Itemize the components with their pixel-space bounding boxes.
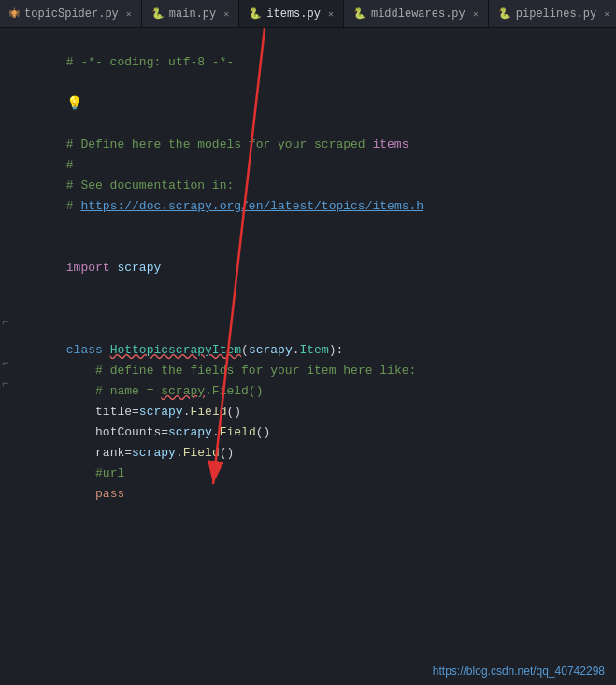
tab-middlewares[interactable]: 🐍 middlewares.py ✕ [344,0,489,27]
code-line-13 [17,278,616,299]
tab-pipelines[interactable]: 🐍 pipelines.py ✕ [489,0,616,27]
bottom-link: https://blog.csdn.net/qq_40742298 [433,664,605,678]
code-line-1: # -*- coding: utf-8 -*- [17,32,616,52]
tab-close-items[interactable]: ✕ [328,8,334,20]
code-line-10 [17,217,616,237]
tab-close-topicspider[interactable]: ✕ [126,8,132,20]
code-area[interactable]: # -*- coding: utf-8 -*- 💡 # Define here … [17,28,616,685]
code-line-12 [17,258,616,278]
fold-marker-comment1: ⌐ [2,357,8,370]
tab-icon-main: 🐍 [151,7,165,20]
code-line-16: # define the fields for your item here l… [17,340,616,361]
code-line-14 [17,299,616,320]
tab-icon-pipelines: 🐍 [498,7,511,20]
tab-bar: 🕷 topicSpider.py ✕ 🐍 main.py ✕ 🐍 items.p… [0,0,616,28]
code-line-7: # See documentation in: [17,155,616,176]
tab-close-middlewares[interactable]: ✕ [473,8,479,20]
code-line-19: hotCounts=scrapy.Field() [17,402,616,422]
tab-label-items: items.py [266,7,321,21]
code-line-2 [17,52,616,73]
code-line-20: rank=scrapy.Field() [17,422,616,443]
fold-marker-class: ⌐ [2,316,8,329]
code-line-17: # name = scrapy.Field() [17,361,616,381]
tab-topicspider[interactable]: 🕷 topicSpider.py ✕ [0,0,142,27]
tab-label-topicspider: topicSpider.py [24,7,119,21]
code-line-8: # https://doc.scrapy.org/en/latest/topic… [17,176,616,196]
code-line-18: title=scrapy.Field() [17,381,616,402]
code-line-3: 💡 [17,73,616,93]
code-line-11: import scrapy [17,237,616,258]
fold-marker-comment2: ⌐ [2,378,8,391]
tab-items[interactable]: 🐍 items.py ✕ [239,0,344,27]
tab-label-pipelines: pipelines.py [516,7,596,21]
tab-close-main[interactable]: ✕ [223,8,229,20]
tab-icon-topicspider: 🕷 [9,7,20,20]
tab-label-main: main.py [169,7,216,21]
tab-main[interactable]: 🐍 main.py ✕ [142,0,239,27]
code-line-4 [17,93,616,114]
code-line-21: #url [17,443,616,464]
code-line-15: class HottopicscrapyItem(scrapy.Item): [17,320,616,340]
code-line-22: pass [17,464,616,484]
tab-icon-middlewares: 🐍 [353,7,366,20]
code-line-9 [17,196,616,217]
code-line-5: # Define here the models for your scrape… [17,114,616,135]
tab-icon-items: 🐍 [249,7,262,20]
code-line-6: # [17,135,616,155]
tab-label-middlewares: middlewares.py [371,7,466,21]
tab-close-pipelines[interactable]: ✕ [604,8,609,20]
editor: ⌐ ⌐ ⌐ # -*- coding: utf-8 -*- 💡 # Define… [0,28,616,685]
